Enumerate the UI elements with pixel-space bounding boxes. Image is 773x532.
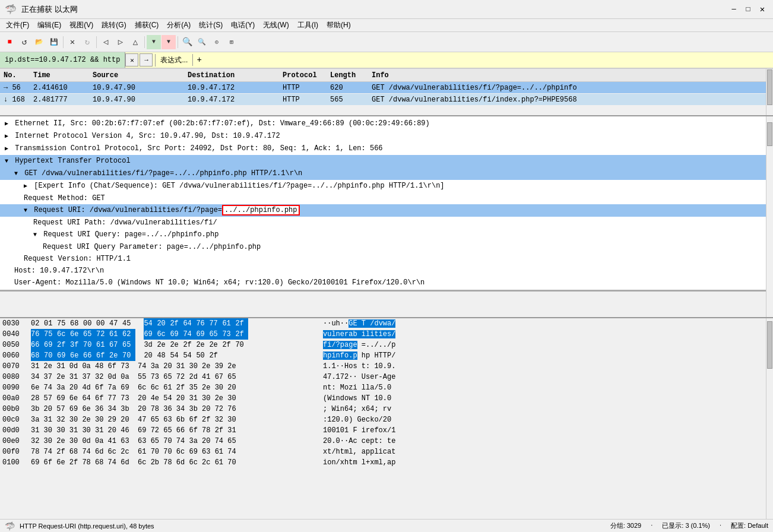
toolbar-zoom-out-btn[interactable]: 🔍 — [195, 35, 209, 49]
status-left: 🦈 HTTP Request-URI (http.request.uri), 4… — [5, 521, 154, 531]
detail-scrollbar[interactable] — [766, 116, 773, 317]
header-info: Info — [368, 71, 773, 80]
detail-uri-query[interactable]: ▼ Request URI Query: page=../../phpinfo.… — [0, 229, 773, 241]
detail-uri-path[interactable]: Request URI Path: /dvwa/vulnerabilities/… — [0, 217, 773, 229]
pkt-src-168: 10.9.47.90 — [89, 96, 184, 104]
toolbar-close-btn[interactable]: ✕ — [65, 35, 80, 49]
status-profile: 配置: Default — [731, 521, 768, 530]
toolbar-up-btn[interactable]: △ — [128, 35, 142, 49]
detail-version[interactable]: Request Version: HTTP/1.1 — [0, 253, 773, 265]
pkt-len-56: 620 — [327, 84, 368, 92]
toolbar-back-btn[interactable]: ◁ — [99, 35, 113, 49]
hex-scrollbar[interactable] — [766, 318, 773, 519]
close-button[interactable]: ✕ — [756, 4, 768, 15]
app-icon: 🦈 — [5, 4, 17, 15]
hex-row-00d0: 00d0 31 30 30 31 30 31 20 46 69 72 65 66… — [0, 425, 766, 436]
pkt-time-56: 2.414610 — [30, 84, 89, 92]
detail-expert[interactable]: ▶ [Expert Info (Chat/Sequence): GET /dvw… — [0, 180, 773, 192]
detail-host[interactable]: Host: 10.9.47.172\r\n — [0, 265, 773, 277]
detail-uri[interactable]: ▼ Request URI: /dvwa/vulnerabilities/fi/… — [0, 204, 773, 217]
header-time: Time — [30, 71, 89, 80]
status-packets: 分组: 3029 — [610, 521, 642, 530]
menu-file[interactable]: 文件(F) — [2, 19, 33, 31]
menu-statistics[interactable]: 统计(S) — [195, 19, 226, 31]
menu-help[interactable]: 帮助(H) — [323, 19, 354, 31]
packet-detail-pane: ▶ Ethernet II, Src: 00:2b:67:f7:07:ef (0… — [0, 116, 773, 318]
detail-get[interactable]: ▼ GET /dvwa/vulnerabilities/fi/?page=../… — [0, 167, 773, 180]
toolbar-save-btn[interactable]: 💾 — [47, 35, 61, 49]
status-info: HTTP Request-URI (http.request.uri), 48 … — [20, 522, 154, 530]
toolbar-stop-btn[interactable]: ■ — [2, 35, 17, 49]
menu-capture[interactable]: 捕获(C) — [131, 19, 163, 31]
toolbar-forward-btn[interactable]: ▷ — [113, 35, 128, 49]
detail-useragent-text: User-Agent: Mozilla/5.0 (Windows NT 10.0… — [14, 278, 424, 287]
hex-offset-0030: 0030 — [2, 318, 26, 329]
toolbar-sep2 — [96, 36, 97, 48]
menu-telephony[interactable]: 电话(Y) — [227, 19, 258, 31]
toolbar-sep3 — [144, 36, 145, 48]
maximize-button[interactable]: □ — [742, 4, 754, 15]
detail-uri-param[interactable]: Request URI Query Parameter: page=../../… — [0, 241, 773, 253]
pkt-proto-168: HTTP — [279, 96, 327, 104]
pkt-arrow-56: → 56 — [0, 84, 30, 92]
hex-row-00f0: 00f0 78 74 2f 68 74 6d 6c 2c 61 70 70 6c… — [0, 446, 766, 457]
detail-http[interactable]: ▼ Hypertext Transfer Protocol — [0, 155, 773, 167]
hex-ascii-0030: ··uh··GE T /dvwa/ — [323, 318, 395, 329]
detail-http-text: Hypertext Transfer Protocol — [15, 157, 130, 165]
detail-scrollbar-thumb[interactable] — [767, 122, 772, 146]
expand-ip-icon: ▶ — [5, 133, 8, 140]
hex-row-0100: 0100 69 6f 6e 2f 78 68 74 6d 6c 2b 78 6d… — [0, 457, 766, 468]
header-len: Length — [327, 71, 368, 80]
toolbar-zoom-norm-btn[interactable]: ⊙ — [210, 35, 224, 49]
detail-ip[interactable]: ▶ Internet Protocol Version 4, Src: 10.9… — [0, 130, 773, 142]
filter-clear-btn[interactable]: ✕ — [125, 53, 138, 66]
menu-view[interactable]: 视图(V) — [66, 19, 97, 31]
menu-edit[interactable]: 编辑(E) — [34, 19, 65, 31]
filter-plus-btn[interactable]: + — [192, 54, 205, 66]
header-proto: Protocol — [279, 71, 327, 80]
toolbar-restart-btn[interactable]: ↺ — [17, 35, 31, 49]
statusbar: 🦈 HTTP Request-URI (http.request.uri), 4… — [0, 519, 773, 532]
toolbar-filter2-btn[interactable]: ▼ — [161, 35, 176, 49]
detail-tcp-text: Transmission Control Protocol, Src Port:… — [15, 144, 382, 153]
menu-go[interactable]: 跳转(G) — [98, 19, 129, 31]
filter-label-text: ip.dst==10.9.47.172 && http — [5, 56, 120, 64]
detail-tcp[interactable]: ▶ Transmission Control Protocol, Src Por… — [0, 142, 773, 155]
filterbar: ip.dst==10.9.47.172 && http ✕ → 表达式... + — [0, 52, 773, 69]
detail-ethernet[interactable]: ▶ Ethernet II, Src: 00:2b:67:f7:07:ef (0… — [0, 118, 773, 130]
hex-row-00b0: 00b0 3b 20 57 69 6e 36 34 3b 20 78 36 34… — [0, 404, 766, 414]
toolbar-filter-btn[interactable]: ▼ — [147, 35, 161, 49]
status-right: 分组: 3029 · 已显示: 3 (0.1%) · 配置: Default — [610, 521, 768, 530]
toolbar-open-btn[interactable]: 📂 — [32, 35, 46, 49]
pkt-info-168: GET /dvwa/vulnerabilities/fi/index.php?=… — [368, 96, 773, 104]
toolbar-layout-btn[interactable]: ⊞ — [224, 35, 239, 49]
hex-content: 0030 0201756800004745 54202f647677612f ·… — [0, 318, 766, 519]
hex-scrollbar-thumb[interactable] — [767, 321, 772, 369]
menubar: 文件(F) 编辑(E) 视图(V) 跳转(G) 捕获(C) 分析(A) 统计(S… — [0, 19, 773, 32]
menu-tools[interactable]: 工具(I) — [294, 19, 322, 31]
hex-row-0070: 0070 31 2e 31 0d 0a 48 6f 73 74 3a 20 31… — [0, 361, 766, 372]
packet-row-168[interactable]: ↓ 168 2.481777 10.9.47.90 10.9.47.172 HT… — [0, 94, 773, 106]
minimize-button[interactable]: ─ — [728, 4, 740, 15]
toolbar-sep4 — [178, 36, 178, 48]
hex-row-0090: 0090 6e 74 3a 20 4d 6f 7a 69 6c 6c 61 2f… — [0, 382, 766, 393]
packet-list-scrollbar[interactable] — [766, 69, 773, 115]
menu-wireless[interactable]: 无线(W) — [259, 19, 292, 31]
titlebar-title: 正在捕获 以太网 — [21, 4, 78, 15]
detail-uri-query-text: Request URI Query: page=../../phpinfo.ph… — [43, 230, 218, 239]
pkt-info-56: GET /dvwa/vulnerabilities/fi/?page=../..… — [368, 84, 773, 92]
menu-analyze[interactable]: 分析(A) — [163, 19, 194, 31]
expand-get-icon: ▼ — [14, 170, 18, 177]
filter-expr-btn[interactable]: 表达式... — [155, 54, 192, 66]
hex-row-0040: 0040 76756c6e65726162 696c69746965732f v… — [0, 329, 766, 340]
toolbar-zoom-in-btn[interactable]: 🔍 — [180, 35, 194, 49]
titlebar: 🦈 正在捕获 以太网 ─ □ ✕ — [0, 0, 773, 19]
titlebar-left: 🦈 正在捕获 以太网 — [5, 4, 78, 15]
scrollbar-thumb[interactable] — [767, 69, 772, 105]
expand-query-icon: ▼ — [33, 232, 37, 238]
packet-row-56[interactable]: → 56 2.414610 10.9.47.90 10.9.47.172 HTT… — [0, 82, 773, 94]
detail-method[interactable]: Request Method: GET — [0, 192, 773, 204]
filter-arrow-btn[interactable]: → — [140, 53, 153, 66]
detail-useragent[interactable]: User-Agent: Mozilla/5.0 (Windows NT 10.0… — [0, 277, 773, 289]
hex-row-0080: 0080 34 37 2e 31 37 32 0d 0a 55 73 65 72… — [0, 372, 766, 382]
